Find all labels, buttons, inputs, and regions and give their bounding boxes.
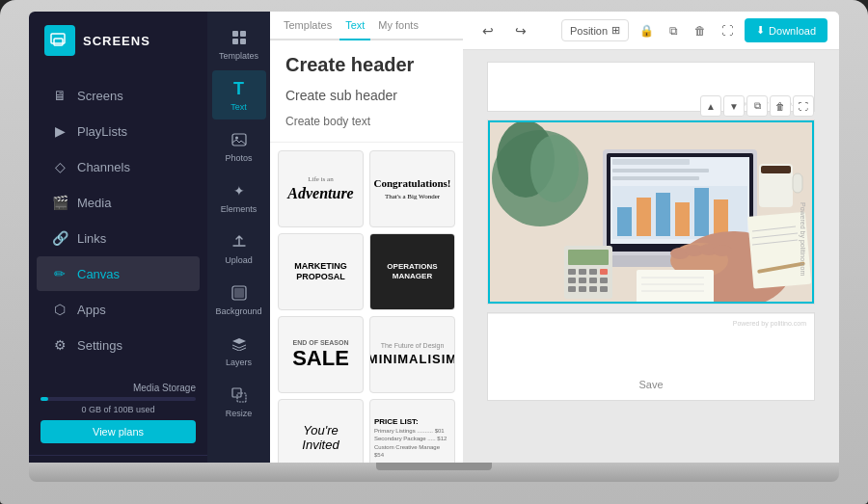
slide-ctrl-expand[interactable]: ⛶	[793, 95, 814, 117]
create-subheader-option[interactable]: Create sub header	[270, 82, 463, 109]
logo-text: SCREENS	[83, 34, 150, 48]
template-invited[interactable]: You'reInvited	[278, 399, 364, 463]
download-icon: ⬇	[756, 24, 765, 37]
app-container: SCREENS 🖥 Screens ▶ PlayLists ◇ Channels	[29, 12, 839, 463]
svg-rect-3	[240, 31, 246, 37]
svg-rect-52	[589, 278, 597, 283]
create-bodytext-option[interactable]: Create body text	[270, 109, 463, 134]
svg-rect-50	[568, 278, 576, 283]
sidebar-item-label-playlists: PlayLists	[77, 124, 127, 139]
canvas-content: Powered by politino.com ▲ ▼ ⧉ 🗑 ⛶	[463, 50, 839, 463]
slide-ctrl-copy[interactable]: ⧉	[746, 95, 768, 117]
save-button[interactable]: Save	[638, 379, 663, 390]
svg-point-15	[530, 135, 579, 202]
redo-button[interactable]: ↪	[507, 17, 534, 44]
apps-icon: ⬡	[52, 302, 68, 317]
template-adventure[interactable]: Life is an Adventure	[278, 150, 364, 227]
sidebar-item-links[interactable]: 🔗 Links	[37, 221, 200, 255]
tool-elements[interactable]: ✦ Elements	[212, 172, 266, 222]
text-tool-icon: T	[229, 78, 250, 99]
sidebar-item-channels[interactable]: ◇ Channels	[37, 149, 200, 184]
template-minimal[interactable]: The Future of Design MINIMALISIM	[369, 316, 455, 393]
svg-rect-27	[694, 188, 709, 236]
svg-rect-9	[234, 288, 244, 298]
trash-icon[interactable]: 🗑	[689, 19, 712, 42]
sidebar-item-media[interactable]: 🎬 Media	[37, 185, 200, 220]
storage-label: Media Storage	[41, 383, 196, 393]
canvas-toolbar: ↩ ↪ Position ⊞ 🔒 ⧉ 🗑 ⛶	[463, 12, 839, 50]
slide-bottom-area: Powered by politino.com Save	[488, 313, 814, 400]
sidebar-item-label-apps: Apps	[77, 303, 106, 317]
toolbar-left: ↩ ↪	[475, 17, 534, 44]
canvas-slide-bottom: Powered by politino.com Save	[487, 312, 815, 401]
svg-rect-1	[54, 39, 63, 45]
tool-photos[interactable]: Photos	[212, 121, 266, 171]
links-icon: 🔗	[52, 230, 68, 246]
template-price[interactable]: PRICE LIST: Primary Listings .......... …	[369, 399, 455, 463]
tool-photos-label: Photos	[225, 153, 252, 163]
svg-rect-46	[568, 269, 576, 275]
position-label: Position	[570, 25, 608, 37]
slide-ctrl-down[interactable]: ▼	[723, 95, 745, 117]
tab-myfonts[interactable]: My fonts	[372, 12, 424, 40]
view-plans-button[interactable]: View plans	[41, 420, 196, 443]
slide-image-controls: ▲ ▼ ⧉ 🗑 ⛶	[700, 95, 814, 117]
elements-tool-icon: ✦	[229, 180, 250, 201]
upload-tool-icon	[229, 231, 250, 252]
svg-rect-37	[793, 173, 802, 193]
svg-rect-53	[600, 278, 608, 283]
template-congrats[interactable]: Congratulations! That's a Big Wonder	[369, 150, 455, 227]
sidebar-item-canvas[interactable]: ✏ Canvas	[37, 256, 200, 291]
position-button[interactable]: Position ⊞	[561, 19, 629, 41]
sidebar-item-apps[interactable]: ⬡ Apps	[37, 292, 200, 327]
channels-icon: ◇	[52, 159, 68, 174]
template-marketing[interactable]: MARKETINGPROPOSAL	[278, 233, 364, 310]
powered-middle: Powered by politino.com	[800, 202, 806, 276]
sidebar-item-label-media: Media	[77, 196, 111, 210]
tab-text[interactable]: Text	[339, 12, 370, 40]
tool-templates[interactable]: Templates	[212, 19, 266, 68]
svg-rect-20	[612, 169, 709, 172]
download-button[interactable]: ⬇ Download	[745, 18, 827, 42]
download-label: Download	[769, 25, 816, 37]
slide-ctrl-trash[interactable]: 🗑	[770, 95, 791, 117]
tab-templates[interactable]: Templates	[278, 12, 338, 40]
svg-rect-45	[568, 250, 609, 265]
layers-tool-icon	[229, 333, 250, 355]
laptop-screen: SCREENS 🖥 Screens ▶ PlayLists ◇ Channels	[29, 12, 839, 463]
sidebar-item-playlists[interactable]: ▶ PlayLists	[37, 114, 200, 148]
sidebar-nav: 🖥 Screens ▶ PlayLists ◇ Channels 🎬 Media	[29, 69, 207, 371]
svg-rect-23	[617, 207, 632, 236]
storage-info: 0 GB of 100B used	[41, 405, 196, 414]
svg-rect-2	[232, 31, 238, 37]
lock-icon[interactable]: 🔒	[635, 19, 658, 42]
tool-resize[interactable]: Resize	[212, 377, 266, 426]
sidebar-item-settings[interactable]: ⚙ Settings	[37, 328, 200, 362]
svg-rect-55	[579, 286, 586, 292]
svg-rect-6	[232, 134, 246, 146]
svg-rect-19	[612, 159, 690, 165]
slide-ctrl-up[interactable]: ▲	[700, 95, 721, 117]
laptop-base	[29, 463, 839, 482]
canvas-area: ↩ ↪ Position ⊞ 🔒 ⧉ 🗑 ⛶	[463, 12, 839, 463]
copy-icon[interactable]: ⧉	[662, 19, 685, 42]
template-sale[interactable]: END OF SEASON SALE	[278, 316, 364, 393]
tool-layers[interactable]: Layers	[212, 326, 266, 375]
sidebar-item-label-screens: Screens	[77, 89, 123, 103]
undo-button[interactable]: ↩	[475, 17, 502, 44]
tool-upload[interactable]: Upload	[212, 224, 266, 273]
svg-rect-26	[675, 202, 690, 236]
sidebar-item-screens[interactable]: 🖥 Screens	[37, 78, 200, 113]
laptop-frame: SCREENS 🖥 Screens ▶ PlayLists ◇ Channels	[0, 0, 868, 504]
logo-icon	[44, 25, 75, 56]
user-section: 👤 Atefe Logout	[29, 455, 207, 463]
create-header-option[interactable]: Create header	[270, 48, 463, 82]
template-operations[interactable]: OPERATIONSMANAGER	[369, 233, 455, 310]
expand-icon[interactable]: ⛶	[716, 19, 739, 42]
media-icon: 🎬	[52, 195, 68, 210]
slide-image-area	[488, 120, 814, 304]
tool-background[interactable]: Background	[212, 275, 266, 324]
tool-text[interactable]: T Text	[212, 70, 266, 119]
sidebar-item-label-links: Links	[77, 231, 106, 246]
text-options: Create header Create sub header Create b…	[270, 40, 463, 143]
